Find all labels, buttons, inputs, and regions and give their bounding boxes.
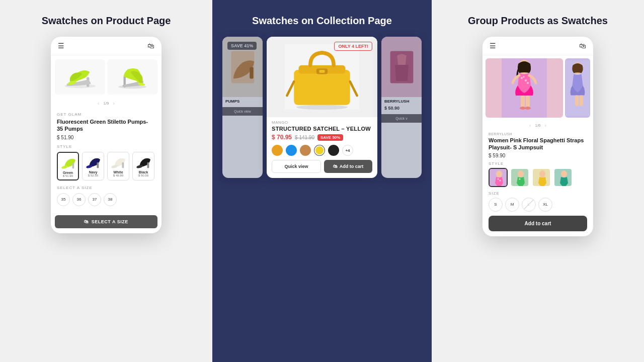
phone-header-right: ☰ 🛍	[482, 37, 593, 55]
burgun-image	[388, 48, 416, 86]
color-swatch-blue[interactable]	[286, 145, 297, 156]
size-options: 35 36 37 38	[57, 193, 155, 206]
collection-card-right: BERRYLUSH $ 50.90 Quick v	[381, 37, 422, 178]
swatch-img-white	[110, 154, 128, 169]
color-swatch-black[interactable]	[328, 145, 339, 156]
style-swatch-white[interactable]: White $ 49.90	[107, 152, 129, 180]
card-price-row: $ 70.95 $ 141.90 SAVE 50%	[267, 134, 377, 145]
color-swatch-brown[interactable]	[300, 145, 311, 156]
svg-point-38	[496, 170, 502, 177]
heel-image-green-2	[115, 63, 150, 91]
style-swatch-black[interactable]: Black $ 50.00	[132, 152, 154, 180]
style-swatch-green[interactable]: Green $ 51.90	[57, 152, 79, 180]
svg-rect-25	[521, 96, 525, 108]
quick-view-button[interactable]: Quick view	[272, 160, 321, 173]
card-actions: Quick view 🛍 Add to cart	[267, 160, 377, 178]
right-style-swatches	[482, 168, 593, 191]
svg-rect-13	[147, 162, 149, 168]
right-brand: BERRYLUSH	[482, 130, 593, 137]
svg-point-21	[296, 105, 348, 110]
next-arrow-right[interactable]: ›	[545, 123, 546, 128]
svg-rect-15	[250, 67, 253, 78]
swatch-price-white: $ 49.90	[110, 174, 127, 177]
svg-point-40	[500, 179, 501, 181]
yellow-bag-svg	[284, 44, 360, 110]
svg-rect-9	[97, 162, 99, 168]
collection-card-left: SAVE 41% PUMPS Quick view	[222, 37, 263, 178]
hamburger-icon-right[interactable]: ☰	[490, 42, 496, 50]
swatch-name-green: Green	[60, 171, 76, 174]
cart-icon[interactable]: 🛍	[147, 42, 154, 50]
size-btn-36[interactable]: 36	[72, 193, 86, 206]
swatch-name-black: Black	[135, 170, 152, 174]
svg-point-28	[525, 107, 531, 110]
size-label: SELECT A SIZE	[57, 186, 155, 190]
section-right-title: Group Products as Swatches	[468, 15, 608, 27]
right-size-btn-m[interactable]: M	[505, 198, 519, 212]
cart-icon-right[interactable]: 🛍	[579, 42, 586, 50]
section-group-products: Group Products as Swatches ☰ 🛍	[432, 0, 644, 362]
side-quick-view-btn-right[interactable]: Quick v	[381, 114, 422, 123]
right-product-images	[482, 55, 593, 121]
svg-rect-20	[319, 70, 325, 73]
product-price: $ 51.90	[57, 135, 155, 140]
svg-point-30	[525, 79, 527, 81]
cart-small-icon: 🛍	[84, 219, 89, 224]
select-size-button[interactable]: 🛍 SELECT A SIZE	[55, 215, 157, 228]
size-btn-35[interactable]: 35	[57, 193, 70, 206]
card-price-current: $ 70.95	[272, 134, 292, 141]
side-card-price-right: $ 50.90	[381, 106, 422, 113]
right-style-label: STYLE	[482, 161, 593, 168]
collection-card-main: ONLY 4 LEFT!	[267, 37, 377, 178]
right-size-btn-l[interactable]: L	[522, 198, 536, 212]
size-btn-38[interactable]: 38	[104, 193, 117, 206]
right-secondary-image	[565, 58, 590, 118]
right-add-to-cart-button[interactable]: Add to cart	[489, 216, 587, 231]
right-product-title: Women Pink Floral Spaghetti Straps Plays…	[482, 137, 593, 153]
card-brand-main: MANGO	[267, 117, 377, 126]
prev-arrow-right[interactable]: ‹	[529, 123, 531, 128]
section-middle-title: Swatches on Collection Page	[252, 15, 392, 27]
right-size-btn-s[interactable]: S	[489, 198, 503, 212]
svg-rect-26	[526, 96, 530, 108]
right-style-swatch-3[interactable]	[532, 168, 551, 187]
color-swatch-yellow[interactable]	[314, 145, 325, 156]
svg-rect-11	[122, 162, 124, 168]
right-size-btn-xl[interactable]: XL	[538, 198, 552, 212]
product-image-left	[55, 59, 105, 95]
side-card-name-left: PUMPS	[222, 97, 263, 106]
image-nav-left: ‹ 1/9 ›	[51, 99, 162, 108]
section-collection-page: Swatches on Collection Page SAVE 41% PUM…	[212, 0, 432, 362]
style-swatch-navy[interactable]: Navy $ 52.50	[82, 152, 104, 180]
swatch-img-green	[60, 155, 78, 170]
svg-point-47	[561, 170, 567, 177]
add-to-cart-button[interactable]: 🛍 Add to cart	[324, 160, 372, 173]
color-swatch-more[interactable]: +4	[342, 145, 353, 156]
right-style-swatch-4[interactable]	[553, 168, 573, 187]
right-main-image	[486, 58, 563, 118]
size-btn-37[interactable]: 37	[88, 193, 101, 206]
hamburger-icon[interactable]: ☰	[58, 42, 64, 50]
product-title: Fluorescent Green Stiletto Pumps- 35 Pum…	[57, 118, 155, 133]
cart-icon-small: 🛍	[333, 164, 338, 169]
brand-tag: GET GLAM	[57, 112, 155, 117]
svg-rect-17	[294, 70, 350, 105]
pumps-image	[229, 48, 257, 86]
right-style-swatch-2[interactable]	[510, 168, 529, 187]
svg-rect-36	[580, 95, 583, 106]
nav-count: 1/9	[103, 101, 109, 106]
phone-mockup-left: ☰ 🛍	[51, 37, 162, 233]
phone-header-left: ☰ 🛍	[51, 37, 162, 55]
right-style-swatch-1[interactable]	[489, 168, 508, 187]
right-price: $ 59.90	[482, 153, 593, 161]
color-swatch-orange[interactable]	[272, 145, 283, 156]
svg-point-39	[498, 178, 499, 179]
side-quick-view-btn-left[interactable]: Quick view	[222, 107, 263, 116]
next-arrow[interactable]: ›	[113, 101, 115, 106]
product-image-right	[107, 59, 157, 95]
svg-point-43	[519, 178, 521, 179]
card-product-name-main: STRUCTURED SATCHEL – YELLOW	[267, 126, 377, 134]
swatch-img-navy	[85, 154, 103, 169]
right-size-label: SIZE	[482, 191, 593, 198]
prev-arrow[interactable]: ‹	[98, 101, 99, 106]
